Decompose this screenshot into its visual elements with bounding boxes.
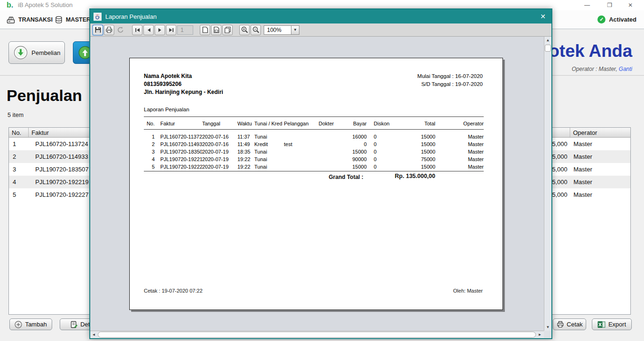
- print-button[interactable]: [104, 25, 114, 35]
- chevron-down-icon[interactable]: ▼: [291, 25, 299, 35]
- col-total: Total: [407, 121, 435, 126]
- report-apotek-info: Nama Apotek Kita 081359395206 Jln. Harin…: [144, 72, 223, 96]
- document-edit-icon: [71, 321, 78, 328]
- actual-size-button[interactable]: [200, 25, 210, 35]
- report-section-title: Laporan Penjualan: [144, 107, 189, 112]
- zoom-out-button[interactable]: [251, 25, 261, 35]
- app-logo-icon: b.: [7, 1, 13, 9]
- header-operator: Operator: [570, 128, 630, 137]
- header-no: No.: [9, 128, 29, 137]
- scroll-down-icon[interactable]: ▼: [544, 324, 551, 331]
- report-viewer: Nama Apotek Kita 081359395206 Jln. Harin…: [90, 37, 544, 331]
- cell-operator: Master: [570, 178, 630, 186]
- grand-total-value: Rp. 135.000,00: [369, 173, 435, 179]
- menu-transaksi[interactable]: TRANSAKSI: [7, 14, 53, 25]
- tambah-button[interactable]: Tambah: [9, 318, 52, 330]
- report-row: 4PJL190720-1922192020-07-1919:22Tunai900…: [144, 155, 484, 163]
- cell-no: 4: [9, 178, 29, 186]
- printed-at: Cetak : 19-07-2020 07:22: [144, 288, 203, 294]
- excel-icon: [597, 321, 605, 328]
- fit-page-button[interactable]: [211, 25, 221, 35]
- database-icon: [55, 16, 63, 24]
- pembelian-button[interactable]: Pembelian: [8, 41, 65, 64]
- ganti-link[interactable]: Ganti: [619, 66, 632, 72]
- operator-prefix: Operator : Master,: [572, 66, 617, 72]
- refresh-button[interactable]: [115, 25, 126, 35]
- rule: [144, 116, 484, 117]
- check-icon: ✓: [597, 16, 605, 23]
- report-date-range: Mulai Tanggal : 16-07-2020 S/D Tanggal :…: [417, 72, 483, 88]
- report-toolbar: 100% ▼: [90, 23, 551, 37]
- plus-circle-icon: [15, 321, 22, 328]
- tambah-label: Tambah: [25, 321, 47, 328]
- printer-icon: [557, 321, 564, 328]
- report-row: 2PJL160720-1149332020-07-1611:49Kreditte…: [144, 140, 484, 148]
- dialog-title: Laporan Penjualan: [105, 13, 157, 20]
- col-faktur: Faktur: [156, 121, 202, 126]
- horizontal-scroll-thumb[interactable]: [98, 332, 536, 338]
- page-number-input[interactable]: [177, 25, 193, 35]
- report-row: 1PJL160720-1137242020-07-1611:37Tunai160…: [144, 133, 484, 140]
- cell-operator: Master: [570, 166, 630, 173]
- first-page-button[interactable]: [132, 25, 142, 35]
- report-page: Nama Apotek Kita 081359395206 Jln. Harin…: [129, 58, 503, 310]
- export-button[interactable]: Export: [592, 318, 632, 330]
- cell-no: 1: [9, 140, 29, 147]
- zoom-select[interactable]: 100% ▼: [264, 25, 299, 35]
- operator-line: Operator : Master, Ganti: [572, 66, 632, 72]
- col-pelanggan: Pelanggan: [282, 121, 312, 126]
- cell-no: 3: [9, 166, 29, 173]
- report-dialog: Laporan Penjualan ✕: [89, 8, 552, 339]
- activated-badge: ✓ Activated: [597, 16, 636, 23]
- cell-operator: Master: [570, 153, 630, 160]
- zoom-value: 100%: [264, 25, 291, 35]
- minimize-button[interactable]: —: [579, 0, 595, 10]
- dialog-close-icon[interactable]: ✕: [537, 11, 549, 22]
- page-title: Penjualan: [7, 86, 82, 105]
- date-from: Mulai Tanggal : 16-07-2020: [417, 72, 483, 80]
- horizontal-scrollbar[interactable]: ◄ ►: [90, 331, 544, 338]
- scroll-up-icon[interactable]: ▲: [544, 37, 551, 44]
- grand-total-label: Grand Total :: [312, 174, 363, 180]
- printed-by: Oleh: Master: [453, 288, 483, 294]
- scroll-right-icon[interactable]: ►: [536, 331, 543, 338]
- apotek-address: Jln. Harinjing Kepung - Kediri: [144, 88, 223, 96]
- next-page-button[interactable]: [155, 25, 165, 35]
- item-count: 5 item: [8, 112, 24, 118]
- cetak-label: Cetak: [567, 321, 583, 328]
- arrow-down-circle-icon: [14, 46, 28, 60]
- pembelian-label: Pembelian: [31, 49, 60, 56]
- vertical-scroll-thumb[interactable]: [545, 45, 551, 52]
- fit-width-button[interactable]: [222, 25, 233, 35]
- menu-master-label: MASTER: [66, 16, 91, 23]
- previous-page-button[interactable]: [143, 25, 154, 35]
- report-header-row: No. Faktur Tanggal Waktu Tunai / Kredit …: [144, 120, 484, 127]
- last-page-button[interactable]: [166, 25, 176, 35]
- menu-master[interactable]: MASTER: [55, 14, 91, 25]
- apotek-name: Nama Apotek Kita: [144, 72, 223, 80]
- date-to: S/D Tanggal : 19-07-2020: [417, 80, 483, 88]
- zoom-in-button[interactable]: [239, 25, 250, 35]
- rule: [144, 129, 484, 130]
- scroll-left-icon[interactable]: ◄: [90, 331, 97, 338]
- save-button[interactable]: [93, 25, 103, 35]
- window-title: iB Apotek 5 Solution: [18, 0, 72, 10]
- vertical-scrollbar[interactable]: ▲ ▼: [544, 37, 551, 331]
- cetak-button[interactable]: Cetak: [553, 318, 586, 330]
- scrollbar-corner: [544, 331, 551, 338]
- col-bayar: Bayar: [340, 121, 367, 126]
- col-waktu: Waktu: [235, 121, 254, 126]
- cell-operator: Master: [570, 140, 630, 147]
- report-row: 3PJL190720-1835072020-07-1918:35Tunai150…: [144, 148, 484, 155]
- maximize-button[interactable]: ❐: [602, 0, 618, 10]
- cell-no: 5: [9, 191, 29, 198]
- col-diskon: Diskon: [367, 121, 407, 126]
- rule: [144, 171, 484, 171]
- java-cup-icon: [94, 13, 102, 21]
- col-dokter: Dokter: [312, 121, 340, 126]
- close-button[interactable]: ✕: [622, 0, 638, 10]
- cell-no: 2: [9, 153, 29, 160]
- export-label: Export: [608, 321, 626, 328]
- menu-transaksi-label: TRANSAKSI: [18, 16, 53, 23]
- activated-label: Activated: [609, 16, 636, 23]
